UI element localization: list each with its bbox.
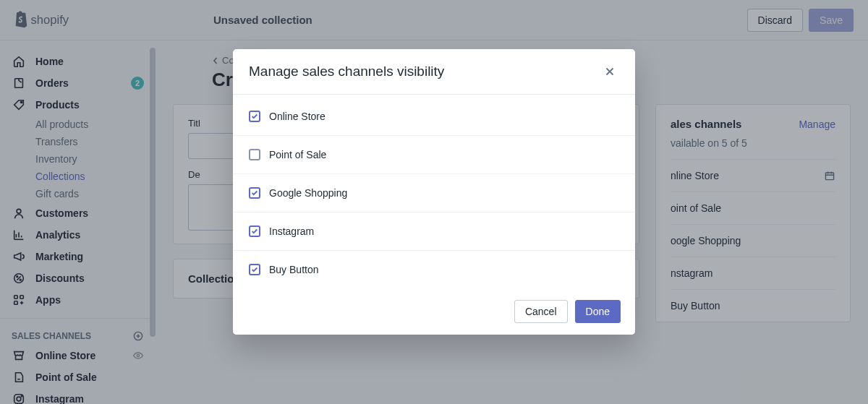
modal-body: Online Store Point of Sale Google Shoppi… xyxy=(233,95,635,288)
modal-overlay[interactable]: Manage sales channels visibility Online … xyxy=(0,0,868,404)
cancel-button[interactable]: Cancel xyxy=(514,300,568,323)
checkbox-icon xyxy=(249,149,260,160)
option-label: Point of Sale xyxy=(269,149,326,160)
modal-title: Manage sales channels visibility xyxy=(249,64,444,79)
option-label: Online Store xyxy=(269,111,326,122)
option-label: Buy Button xyxy=(269,264,319,275)
manage-channels-modal: Manage sales channels visibility Online … xyxy=(233,49,635,335)
close-icon xyxy=(603,65,616,78)
checkbox-icon xyxy=(249,264,260,275)
option-label: Instagram xyxy=(269,225,314,237)
checkbox-icon xyxy=(249,187,260,199)
channel-option-instagram[interactable]: Instagram xyxy=(233,212,635,251)
checkbox-icon xyxy=(249,225,260,237)
channel-option-buy-button[interactable]: Buy Button xyxy=(233,251,635,288)
option-label: Google Shopping xyxy=(269,187,347,199)
channel-option-google-shopping[interactable]: Google Shopping xyxy=(233,174,635,212)
channel-option-pos[interactable]: Point of Sale xyxy=(233,136,635,174)
done-button[interactable]: Done xyxy=(575,300,621,323)
close-button[interactable] xyxy=(600,62,619,81)
channel-option-online-store[interactable]: Online Store xyxy=(233,95,635,136)
checkbox-icon xyxy=(249,111,260,122)
